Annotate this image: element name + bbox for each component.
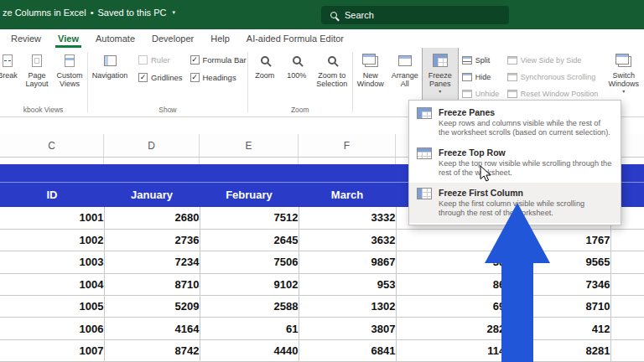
tab-help[interactable]: Help bbox=[208, 31, 232, 48]
sheet-cell[interactable]: 8710 bbox=[104, 273, 200, 295]
navigation-button[interactable]: Navigation bbox=[89, 48, 131, 100]
switch-windows-button[interactable]: Switch Windows ▾ bbox=[605, 48, 643, 100]
sheet-cell[interactable]: 2645 bbox=[200, 229, 299, 251]
sheet-cell[interactable]: 2680 bbox=[104, 207, 200, 229]
sheet-cell[interactable]: 61 bbox=[200, 318, 299, 339]
custom-views-icon bbox=[65, 54, 75, 67]
freeze-panes-button[interactable]: Freeze Panes ▾ bbox=[423, 48, 458, 100]
sheet-cell[interactable]: 3332 bbox=[299, 207, 396, 229]
sheet-cell[interactable]: 2588 bbox=[200, 296, 299, 318]
sheet-cell[interactable]: 4164 bbox=[104, 318, 200, 339]
page-layout-button[interactable]: Page Layout bbox=[21, 48, 53, 100]
page-break-preview-label: Break bbox=[0, 71, 18, 80]
sheet-cell[interactable]: 2736 bbox=[104, 229, 200, 251]
sheet-cell[interactable]: 3632 bbox=[299, 229, 396, 251]
headings-label: Headings bbox=[203, 73, 236, 82]
magnifier-100-icon bbox=[293, 56, 301, 65]
gridlines-checkbox[interactable]: Gridlines bbox=[138, 73, 183, 82]
show-group-label: Show bbox=[89, 106, 247, 116]
arrange-all-button[interactable]: Arrange All bbox=[387, 48, 423, 100]
freeze-panes-icon bbox=[433, 54, 448, 67]
tab-developer[interactable]: Developer bbox=[149, 31, 196, 48]
sheet-cell[interactable]: 953 bbox=[299, 273, 396, 295]
search-box[interactable]: Search bbox=[321, 6, 509, 24]
sheet-cell[interactable] bbox=[610, 318, 644, 339]
menu-item-description: Keep rows and columns visible while the … bbox=[439, 119, 612, 137]
sheet-cell[interactable] bbox=[610, 296, 644, 318]
freeze-panes-label: Freeze Panes bbox=[423, 71, 458, 89]
checkbox-checked-icon bbox=[190, 55, 200, 65]
show-group: Navigation Ruler Gridlines Formula Bar bbox=[89, 48, 247, 116]
annotation-arrow-up bbox=[478, 201, 558, 362]
menu-item-freeze-panes[interactable]: Freeze Panes Keep rows and columns visib… bbox=[409, 102, 621, 142]
tab-review[interactable]: Review bbox=[8, 31, 44, 48]
sheet-cell[interactable]: 9867 bbox=[299, 251, 396, 273]
sheet-cell[interactable]: 1004 bbox=[0, 273, 104, 295]
freeze-top-row-icon bbox=[417, 147, 432, 159]
page-layout-icon bbox=[32, 54, 42, 67]
split-button[interactable]: Split bbox=[458, 52, 503, 69]
ruler-checkbox[interactable]: Ruler bbox=[138, 55, 183, 65]
sheet-cell[interactable]: 5209 bbox=[104, 296, 200, 318]
arrange-all-label: Arrange All bbox=[387, 71, 423, 89]
new-window-button[interactable]: New Window bbox=[354, 48, 387, 100]
sheet-cell[interactable] bbox=[610, 273, 644, 295]
sheet-cell[interactable]: 6841 bbox=[299, 339, 396, 361]
synchronous-scrolling-button[interactable]: Synchronous Scrolling bbox=[503, 69, 602, 85]
checkbox-icon bbox=[138, 55, 148, 65]
hide-button[interactable]: Hide bbox=[458, 69, 503, 85]
sheet-cell[interactable]: 1001 bbox=[0, 207, 104, 229]
sheet-cell[interactable]: 1002 bbox=[0, 229, 104, 251]
view-side-by-side-icon bbox=[507, 56, 517, 65]
workbook-views-group: Break Page Layout Custom Views kbook Vie… bbox=[0, 48, 86, 116]
column-letter[interactable]: D bbox=[104, 134, 200, 157]
unhide-label: Unhide bbox=[475, 90, 500, 98]
column-letter[interactable]: C bbox=[0, 134, 104, 157]
sheet-cell[interactable]: 1302 bbox=[299, 296, 396, 318]
sheet-header-cell[interactable]: February bbox=[200, 183, 299, 207]
sheet-header-cell[interactable]: ID bbox=[0, 183, 104, 207]
page-break-preview-button[interactable]: Break bbox=[0, 48, 21, 100]
sheet-cell[interactable]: 7512 bbox=[200, 207, 299, 229]
unhide-icon bbox=[462, 90, 472, 98]
view-side-by-side-button[interactable]: View Side by Side bbox=[503, 52, 602, 69]
formula-bar-checkbox[interactable]: Formula Bar bbox=[190, 55, 247, 65]
sheet-cell[interactable]: 1007 bbox=[0, 339, 104, 361]
menu-item-freeze-top-row[interactable]: Freeze Top Row Keep the top row visible … bbox=[409, 142, 621, 183]
zoom-label: Zoom bbox=[255, 71, 274, 80]
save-status[interactable]: Saved to this PC bbox=[98, 8, 167, 18]
tab-ai-aided-formula-editor[interactable]: AI-aided Formula Editor bbox=[244, 31, 346, 48]
document-title[interactable]: ze Columns in Excel • Saved to this PC ▾ bbox=[3, 8, 175, 18]
tab-view[interactable]: View bbox=[55, 31, 81, 48]
reset-window-position-icon bbox=[507, 90, 517, 98]
sheet-cell[interactable]: 8742 bbox=[104, 339, 200, 361]
page-layout-label: Page Layout bbox=[21, 71, 53, 89]
search-icon bbox=[330, 12, 337, 18]
headings-checkbox[interactable]: Headings bbox=[190, 73, 247, 82]
sheet-cell[interactable]: 9102 bbox=[200, 273, 299, 295]
chevron-down-icon: ▾ bbox=[172, 9, 175, 16]
synchronous-scrolling-icon bbox=[507, 73, 517, 81]
tab-automate[interactable]: Automate bbox=[93, 31, 138, 48]
sheet-cell[interactable] bbox=[610, 339, 644, 361]
zoom-to-selection-button[interactable]: Zoom to Selection bbox=[313, 48, 351, 100]
column-letter[interactable]: E bbox=[200, 134, 299, 157]
sheet-cell[interactable]: 1006 bbox=[0, 318, 104, 339]
sheet-cell[interactable]: 1005 bbox=[0, 296, 104, 318]
sheet-cell[interactable]: 7234 bbox=[104, 251, 200, 273]
sheet-cell[interactable]: 1003 bbox=[0, 251, 104, 273]
column-letter[interactable]: F bbox=[299, 134, 396, 157]
page-break-preview-icon bbox=[3, 54, 13, 67]
sheet-cell[interactable]: 4440 bbox=[200, 339, 299, 361]
sheet-cell[interactable]: 3807 bbox=[299, 318, 396, 339]
custom-views-button[interactable]: Custom Views bbox=[53, 48, 86, 100]
sheet-cell[interactable] bbox=[610, 229, 644, 251]
sheet-cell[interactable]: 7506 bbox=[200, 251, 299, 273]
chevron-down-icon: ▾ bbox=[439, 89, 441, 95]
chevron-down-icon: ▾ bbox=[622, 89, 625, 95]
sheet-cell[interactable] bbox=[610, 251, 644, 273]
zoom-button[interactable]: Zoom bbox=[249, 48, 281, 100]
sheet-header-cell[interactable]: January bbox=[104, 183, 200, 207]
sheet-header-cell[interactable]: March bbox=[299, 183, 396, 207]
zoom-100-button[interactable]: 100% bbox=[281, 48, 313, 100]
